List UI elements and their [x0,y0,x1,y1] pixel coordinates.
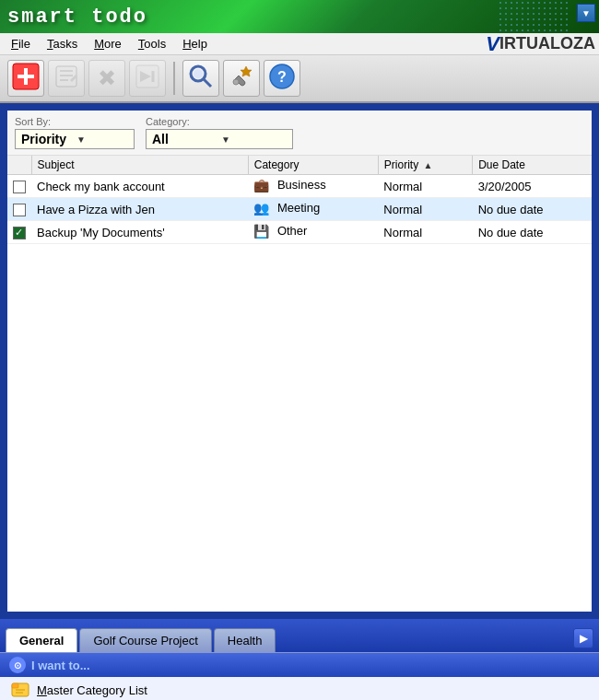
category-label: Category: [146,116,293,127]
logo-area: V IRTUALOZA [486,32,595,56]
master-category-label: Master Category List [37,683,147,697]
master-category-action[interactable]: Master Category List [0,677,599,700]
col-check [7,156,31,175]
toolbar: ✖ [0,55,599,103]
menu-bar: File Tasks More Tools Help V IRTUALOZA [0,33,599,55]
category-value: All [152,132,217,146]
col-category[interactable]: Category [248,156,378,175]
forward-button[interactable] [129,60,166,97]
add-button[interactable] [7,60,44,97]
menu-tools[interactable]: Tools [131,35,173,52]
row1-check-cell[interactable] [7,175,31,198]
svg-line-12 [204,79,211,87]
row3-checkbox[interactable] [13,227,26,239]
tab-golf-course[interactable]: Golf Course Project [79,628,211,652]
filter-bar: Sort By: Priority ▼ Category: All ▼ [7,111,592,156]
row1-due-date: 3/20/2005 [473,175,592,198]
table-row: Backup 'My Documents' 💾 Other Normal No … [7,221,592,244]
priority-sort-arrow: ▲ [423,160,432,170]
category-group: Category: All ▼ [146,116,293,149]
tools-icon [228,63,255,95]
tools-button[interactable] [223,60,260,97]
svg-point-13 [194,69,203,78]
bottom-panel: ⊙ I want to... Master Category List Crea… [0,652,599,700]
menu-file[interactable]: File [4,35,38,52]
row2-due-date: No due date [473,198,592,221]
row2-cat-icon: 👥 [253,201,270,217]
row3-subject[interactable]: Backup 'My Documents' [31,221,248,244]
row3-check-cell[interactable] [7,221,31,244]
row1-checkbox[interactable] [13,181,26,193]
task-table: Subject Category Priority ▲ Due Date Che… [7,156,592,612]
row1-priority: Normal [378,175,472,198]
col-priority[interactable]: Priority ▲ [378,156,472,175]
menu-tasks[interactable]: Tasks [40,35,85,52]
edit-icon [53,64,79,94]
app-title: smart todo [7,6,147,29]
row3-priority: Normal [378,221,472,244]
edit-button[interactable] [48,60,85,97]
row3-cat-icon: 💾 [253,224,270,240]
table-row: Check my bank account 💼 Business Normal … [7,175,592,198]
forward-icon [135,64,160,94]
sort-by-group: Sort By: Priority ▼ [15,116,135,149]
title-decoration [498,0,571,33]
row2-checkbox[interactable] [13,204,26,216]
svg-point-14 [233,79,239,85]
help-button[interactable]: ? [264,60,300,97]
sort-by-label: Sort By: [15,116,135,127]
svg-rect-18 [12,683,18,688]
add-icon [11,62,41,95]
svg-text:?: ? [277,69,287,85]
tabs-bar: General Golf Course Project Health ▶ [0,619,599,652]
virtuoza-logo: V IRTUALOZA [486,32,595,56]
logo-v: V [486,32,499,56]
master-category-icon [11,681,29,699]
category-select[interactable]: All ▼ [146,129,293,149]
menu-help[interactable]: Help [175,35,215,52]
row2-priority: Normal [378,198,472,221]
menu-more[interactable]: More [87,35,129,52]
window-button[interactable]: ▼ [577,4,595,22]
help-icon: ? [268,63,296,95]
row1-cat-label: Business [277,178,326,192]
row2-check-cell[interactable] [7,198,31,221]
row3-cat-label: Other [277,224,308,238]
main-area: Sort By: Priority ▼ Category: All ▼ [0,103,599,619]
row2-category: 👥 Meeting [248,198,378,221]
i-want-to-label: I want to... [31,659,90,672]
content-panel: Sort By: Priority ▼ Category: All ▼ [6,109,593,613]
table-header-row: Subject Category Priority ▲ Due Date [7,156,592,175]
i-want-to-bar[interactable]: ⊙ I want to... [0,653,599,677]
tab-general[interactable]: General [6,628,77,652]
row2-subject[interactable]: Have a Pizza with Jen [31,198,248,221]
row1-category: 💼 Business [248,175,378,198]
row3-due-date: No due date [473,221,592,244]
table-row: Have a Pizza with Jen 👥 Meeting Normal N… [7,198,592,221]
sort-by-select[interactable]: Priority ▼ [15,129,135,149]
tab-scroll-button[interactable]: ▶ [573,628,593,648]
toolbar-separator [173,62,175,95]
category-arrow: ▼ [221,134,287,145]
row2-cat-label: Meeting [277,201,320,215]
tab-health[interactable]: Health [214,628,276,652]
row1-subject[interactable]: Check my bank account [31,175,248,198]
row3-category: 💾 Other [248,221,378,244]
row1-cat-icon: 💼 [253,178,270,194]
logo-text: IRTUALOZA [499,34,595,53]
delete-icon: ✖ [98,65,116,91]
title-bar: smart todo ▼ [0,0,599,33]
col-due-date[interactable]: Due Date [473,156,592,175]
sort-by-arrow: ▼ [76,134,128,145]
i-want-to-icon: ⊙ [9,657,26,673]
sort-by-value: Priority [21,132,73,146]
search-button[interactable] [182,60,219,97]
search-icon [187,63,215,95]
delete-button[interactable]: ✖ [88,60,125,97]
col-subject[interactable]: Subject [31,156,248,175]
